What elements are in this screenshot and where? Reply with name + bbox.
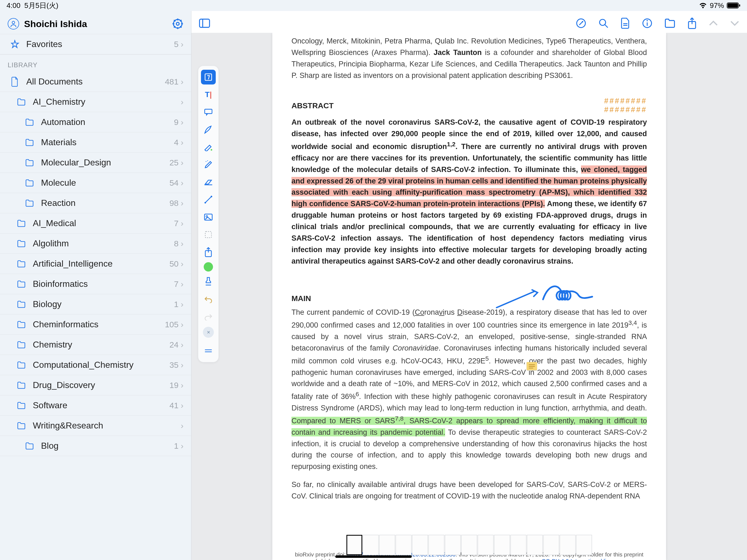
page-thumbnail[interactable] <box>429 535 444 555</box>
document-viewport[interactable]: T| ✕ Oncology, Merck, Mitokinin, Petra P… <box>191 33 747 560</box>
favorites-row[interactable]: Favorites 5› <box>0 34 191 54</box>
folder-row[interactable]: Drug_Discovery19› <box>0 375 191 396</box>
folder-label: Chemistry <box>33 339 72 350</box>
page-thumbnail[interactable] <box>576 535 592 555</box>
folder-count: 7 <box>174 219 179 228</box>
page-thumbnail[interactable] <box>445 535 461 555</box>
folder-count: 19 <box>170 381 179 390</box>
redo-tool[interactable] <box>201 309 216 324</box>
folder-count: 54 <box>170 178 179 187</box>
folder-list[interactable]: AI_Chemistry›Automation9›Materials4›Mole… <box>0 92 191 560</box>
folder-icon <box>25 442 34 450</box>
abstract-text: Among these, we identify 67 druggable hu… <box>291 200 647 265</box>
main-text: D <box>457 308 463 316</box>
color-green[interactable] <box>204 262 213 272</box>
svg-point-3 <box>12 21 15 24</box>
citation: 7,8 <box>395 415 404 422</box>
main-paragraph-2: So far, no clinically available antivira… <box>291 479 647 502</box>
share-icon[interactable] <box>687 18 697 29</box>
folder-row[interactable]: AI_Medical7› <box>0 213 191 233</box>
page-icon[interactable] <box>621 18 630 29</box>
stamp-tool[interactable] <box>201 274 216 289</box>
folder-row[interactable]: Algolithm8› <box>0 233 191 254</box>
license-link[interactable]: CC-BY 4.0 International license <box>542 558 622 560</box>
line-tool[interactable] <box>201 192 216 207</box>
folder-count: 1 <box>174 441 179 451</box>
search-icon[interactable] <box>598 18 609 28</box>
pencil-tool[interactable] <box>201 157 216 172</box>
chevron-right-icon: › <box>181 259 183 269</box>
page-thumbnail[interactable] <box>396 535 412 555</box>
page-thumbnail[interactable] <box>379 535 395 555</box>
page-thumbnail[interactable] <box>478 535 493 555</box>
page-thumbnail[interactable] <box>560 535 575 555</box>
highlighter-tool[interactable] <box>201 140 216 154</box>
all-documents-row[interactable]: All Documents 481› <box>0 72 191 92</box>
edit-icon[interactable] <box>576 18 586 28</box>
page-thumbnail[interactable] <box>527 535 543 555</box>
username: Shoichi Ishida <box>24 19 87 29</box>
menu-icon[interactable] <box>201 343 216 358</box>
chevron-right-icon: › <box>181 239 183 248</box>
export-tool[interactable] <box>201 245 216 259</box>
folder-row[interactable]: Materials4› <box>0 132 191 153</box>
page-thumbnail[interactable] <box>461 535 477 555</box>
hash-annotation: ######## <box>604 105 647 114</box>
folder-row[interactable]: Molecular_Design25› <box>0 153 191 173</box>
folder-row[interactable]: Automation9› <box>0 112 191 132</box>
pen-tool[interactable] <box>201 122 216 137</box>
page-thumbnail[interactable] <box>412 535 428 555</box>
folder-row[interactable]: Molecule54› <box>0 173 191 193</box>
settings-button[interactable] <box>172 18 183 29</box>
folder-row[interactable]: Blog1› <box>0 436 191 456</box>
folder-count: 7 <box>174 279 179 289</box>
folder-row[interactable]: Cheminformatics105› <box>0 314 191 335</box>
folder-label: Computational_Chemistry <box>33 360 133 370</box>
close-toolbar[interactable]: ✕ <box>203 327 214 338</box>
folder-row[interactable]: Writing&Research› <box>0 416 191 436</box>
page-thumbnail[interactable] <box>494 535 510 555</box>
info-icon[interactable] <box>642 18 652 28</box>
main-text: Co <box>415 308 424 316</box>
folder-icon[interactable] <box>664 19 675 28</box>
folder-icon <box>17 402 26 409</box>
folder-row[interactable]: Computational_Chemistry35› <box>0 355 191 375</box>
main-text: rona <box>424 308 439 316</box>
folder-count: 9 <box>174 118 179 127</box>
folder-label: Cheminformatics <box>33 320 98 330</box>
folder-count: 4 <box>174 138 179 147</box>
svg-rect-2 <box>739 4 740 6</box>
folder-row[interactable]: Biology1› <box>0 294 191 314</box>
chevron-up-icon[interactable] <box>709 20 718 26</box>
selection-tool[interactable] <box>201 227 216 242</box>
folder-row[interactable]: Chemistry24› <box>0 335 191 355</box>
topbar <box>191 14 747 33</box>
sticky-note[interactable] <box>526 362 537 370</box>
comment-tool[interactable] <box>201 105 216 120</box>
chevron-right-icon: › <box>181 77 183 86</box>
user-profile[interactable]: Shoichi Ishida <box>8 18 87 29</box>
all-docs-count: 481 <box>165 77 179 86</box>
undo-tool[interactable] <box>201 292 216 307</box>
folder-row[interactable]: AI_Chemistry› <box>0 92 191 112</box>
folder-row[interactable]: Bioinformatics7› <box>0 274 191 294</box>
page-thumbnail[interactable] <box>543 535 559 555</box>
eraser-tool[interactable] <box>201 175 216 189</box>
image-tool[interactable] <box>201 210 216 225</box>
home-indicator[interactable] <box>335 555 412 558</box>
citation: 5 <box>485 355 489 362</box>
sidebar-toggle-icon[interactable] <box>199 18 210 28</box>
folder-row[interactable]: Reaction98› <box>0 193 191 213</box>
chevron-down-icon[interactable] <box>730 20 739 26</box>
page-thumbnail[interactable] <box>363 535 379 555</box>
folder-row[interactable]: Artificial_Intelligence50› <box>0 254 191 274</box>
status-bar: 4:00 5月5日(火) 97% <box>0 0 747 11</box>
folder-icon <box>17 341 26 348</box>
page-thumbnail[interactable] <box>511 535 526 555</box>
page-thumbnail[interactable] <box>346 535 362 555</box>
folder-row[interactable]: Software41› <box>0 396 191 416</box>
sidebar: Shoichi Ishida Favorites 5› LIBRARY All … <box>0 0 191 560</box>
text-tool[interactable] <box>201 70 216 84</box>
page-thumbnails[interactable] <box>346 535 592 555</box>
text-cursor-tool[interactable]: T| <box>201 87 216 102</box>
